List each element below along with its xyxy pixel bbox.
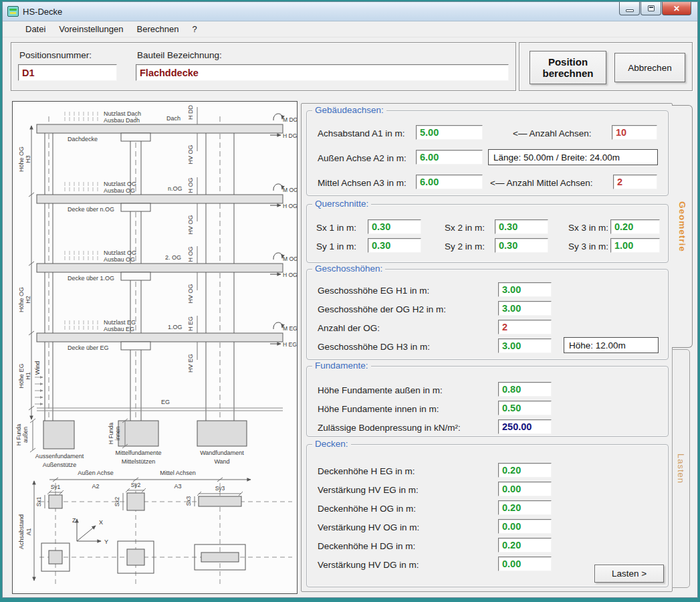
geschosshoehe-eg-label: Geschosshöhe EG H1 in m:	[318, 286, 429, 296]
label-sy3: Sy3	[215, 485, 225, 492]
fundamente-aussen-label: Höhe Fundamente außen in m:	[318, 385, 443, 395]
menu-help[interactable]: ?	[185, 22, 203, 36]
label-innen: innen	[114, 426, 121, 440]
fundamente-innen-label: Höhe Fundamente innen in m:	[318, 404, 439, 414]
slabs	[37, 124, 283, 342]
label-h-eg-r: H EG	[283, 341, 297, 348]
geschosshoehe-eg-input[interactable]	[498, 282, 552, 297]
dimensions-info-box: Länge: 50.00m / Breite: 24.00m	[488, 149, 658, 165]
maximize-button[interactable]	[640, 2, 661, 15]
geschosshoehe-dg-input[interactable]	[498, 338, 552, 353]
bodenpressung-input[interactable]	[498, 419, 552, 434]
label-hoehe-eg: Höhe EG	[18, 363, 25, 388]
sy1-input[interactable]	[368, 238, 421, 253]
anzahl-mittel-achsen-input[interactable]	[613, 175, 657, 189]
bauteil-input[interactable]	[136, 64, 509, 81]
load-arrows	[65, 112, 98, 330]
label-eg: EG	[161, 399, 170, 405]
abbrechen-button[interactable]: Abbrechen	[614, 53, 685, 82]
label-1og: 1.OG	[168, 324, 183, 330]
label-hv-og-3: HV OG	[187, 284, 194, 303]
sx1-input[interactable]	[368, 219, 421, 234]
fundamente-innen-input[interactable]	[498, 401, 552, 415]
sx2-label: Sx 2 in m:	[445, 223, 485, 233]
sx3-input[interactable]	[610, 219, 660, 234]
label-h-og-r2: H OG	[283, 272, 297, 278]
sx1-label: Sx 1 in m:	[316, 223, 356, 233]
coordinate-system	[77, 519, 101, 541]
label-axis-y: Y	[104, 538, 108, 545]
label-aussen-achse: Außen Achse	[78, 470, 114, 476]
sy3-input[interactable]	[610, 238, 660, 253]
label-axis-z: Z	[72, 517, 76, 524]
bauteil-label: Bauteil Bezeichnung:	[137, 50, 222, 60]
fundamente-aussen-input[interactable]	[498, 382, 552, 397]
label-decke-nog: Decke über n.OG	[68, 206, 114, 213]
menu-datei[interactable]: Datei	[19, 22, 52, 36]
deckenhoehe-eg-input[interactable]	[498, 463, 552, 478]
geschosshoehen-group: Geschosshöhen: Geschosshöhe EG H1 in m: …	[306, 269, 669, 360]
anzahl-og-input[interactable]	[498, 320, 552, 334]
anzahl-og-label: Anzahl der OG:	[318, 323, 380, 333]
label-nutzlast-dach: Nutzlast Dach	[104, 110, 141, 117]
verstaerkung-eg-input[interactable]	[498, 482, 552, 496]
label-sy2: Sy2	[131, 482, 141, 488]
label-hfunda-1: H Funda	[15, 423, 22, 445]
label-wand: Wand	[214, 458, 229, 465]
sy3-label: Sy 3 in m:	[568, 241, 608, 252]
position-berechnen-button[interactable]: Position berechnen	[530, 51, 606, 84]
label-m-dg: M DG	[283, 116, 297, 123]
verstaerkung-dg-label: Verstärkung HV DG in m:	[318, 560, 419, 570]
sy2-input[interactable]	[495, 238, 548, 253]
moment-arrows	[270, 114, 282, 344]
label-hfunda-2: H Funda	[108, 422, 114, 444]
tab-geometrie[interactable]: Geometrie	[672, 105, 693, 348]
sx2-input[interactable]	[495, 219, 548, 234]
structure-drawing: Nutzlast Dach Ausbau Dach Nutzlast OG Au…	[13, 102, 297, 593]
label-achsabstand: Achsabstand	[18, 514, 25, 549]
title-bar: HS-Decke ✕	[3, 2, 697, 21]
hoehe-info-box: Höhe: 12.00m	[564, 337, 659, 353]
deckenhoehe-dg-input[interactable]	[498, 538, 552, 553]
mittel-achsen-a3-input[interactable]	[416, 175, 483, 189]
deckenhoehe-eg-label: Deckenhöhe H EG in m:	[318, 466, 415, 476]
label-mittelfundamente: Mittelfundamente	[115, 449, 161, 456]
fundamente-group: Fundamente: Höhe Fundamente außen in m: …	[306, 366, 669, 437]
querschnitte-group: Querschnitte: Sx 1 in m: Sx 2 in m: Sx 3…	[306, 204, 669, 263]
label-hv-eg: HV EG	[187, 354, 194, 373]
aussen-achse-a2-input[interactable]	[416, 150, 483, 165]
anzahl-mittel-achsen-label: <— Anzahl Mittel Achsen:	[490, 178, 592, 188]
verstaerkung-og-input[interactable]	[498, 519, 552, 534]
label-hv-og-1: HV OG	[187, 144, 194, 164]
sx3-label: Sx 3 in m:	[568, 223, 608, 233]
tab-lasten[interactable]: Lasten	[672, 349, 690, 588]
position-number-input[interactable]	[18, 64, 117, 81]
label-nog: n.OG	[168, 185, 183, 192]
deckenhoehe-og-label: Deckenhöhe H OG in m:	[318, 504, 416, 514]
decken-group: Decken: Deckenhöhe H EG in m: Verstärkun…	[306, 444, 669, 587]
gebaeudeachsen-group: Gebäudeachsen: Achsabstand A1 in m: <— A…	[306, 110, 669, 196]
menu-voreinstellungen[interactable]: Voreinstellungen	[52, 22, 130, 36]
anzahl-achsen-input[interactable]	[612, 125, 657, 140]
label-ausbau-eg: Ausbau EG	[104, 326, 134, 332]
geschosshoehe-og-label: Geschosshöhe der OG H2 in m:	[318, 304, 446, 314]
achsabstand-a1-input[interactable]	[416, 125, 483, 140]
geschosshoehe-og-input[interactable]	[498, 301, 552, 316]
label-hoehe-og-2: Höhe OG	[18, 287, 25, 312]
label-sx1: Sx1	[35, 496, 42, 506]
close-button[interactable]: ✕	[662, 2, 691, 15]
label-nutzlast-og2: Nutzlast OG	[104, 249, 136, 256]
label-wandfundament: Wandfundament	[200, 449, 244, 456]
label-h1: H1	[25, 372, 31, 380]
label-h2: H2	[25, 296, 31, 304]
label-decke-eg: Decke über EG	[68, 344, 109, 351]
lasten-button[interactable]: Lasten >	[594, 565, 664, 583]
window-controls: ✕	[619, 2, 691, 15]
verstaerkung-dg-input[interactable]	[498, 557, 552, 571]
minimize-button[interactable]	[619, 2, 640, 15]
menu-berechnen[interactable]: Berechnen	[130, 22, 186, 36]
deckenhoehe-og-input[interactable]	[498, 500, 552, 515]
label-wind: Wind	[34, 361, 41, 375]
window-title: HS-Decke	[23, 7, 62, 17]
label-ausbau-dach: Ausbau Dach	[104, 117, 140, 124]
